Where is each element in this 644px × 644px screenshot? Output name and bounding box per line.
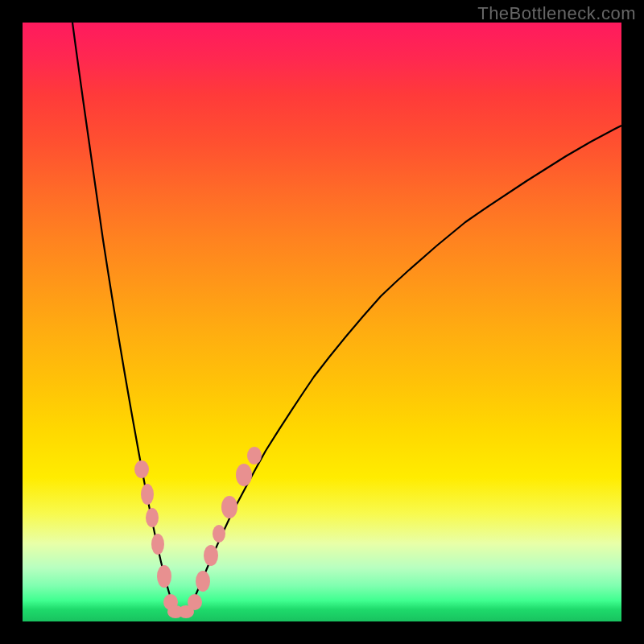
chart-container [23, 23, 621, 621]
dots-group [134, 447, 262, 618]
data-dot-10 [204, 545, 218, 566]
data-dot-2 [146, 508, 159, 527]
data-dot-9 [196, 571, 210, 592]
data-dot-13 [236, 464, 252, 486]
data-dot-1 [141, 484, 154, 505]
data-dot-0 [134, 460, 149, 478]
chart-svg [23, 23, 621, 621]
data-dot-4 [157, 565, 171, 588]
left-curve [72, 23, 180, 614]
data-dot-14 [247, 447, 262, 464]
data-dot-8 [188, 594, 202, 610]
right-curve [184, 126, 621, 614]
data-dot-12 [221, 496, 237, 518]
data-dot-3 [151, 534, 164, 555]
watermark-text: TheBottleneck.com [477, 3, 636, 24]
data-dot-11 [213, 525, 225, 543]
